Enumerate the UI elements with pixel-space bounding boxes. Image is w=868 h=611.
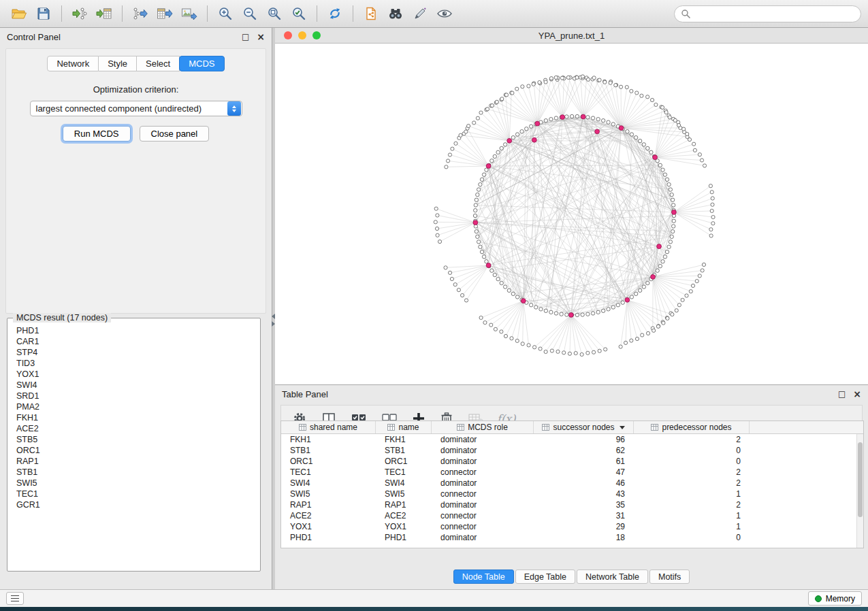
main-area: Control Panel □ × NetworkStyleSelectMCDS… [0,28,868,589]
document-share-button[interactable] [359,3,383,24]
export-image-button[interactable] [177,3,202,24]
column-header-successor-nodes[interactable]: successor nodes [534,421,634,433]
tab-style[interactable]: Style [99,56,137,71]
mcds-result-box: MCDS result (17 nodes) PHD1CAR1STP4TID3Y… [7,318,261,572]
tab-network[interactable]: Network [47,56,99,71]
table-row[interactable]: ORC1ORC1dominator610 [281,456,863,467]
column-header-predecessor-nodes[interactable]: predecessor nodes [634,421,750,433]
mcds-result-item[interactable]: STB5 [10,434,257,445]
control-panel-header: Control Panel □ × [0,28,272,46]
control-panel-title: Control Panel [7,32,61,42]
tab-edge-table[interactable]: Edge Table [515,569,575,584]
table-row[interactable]: ACE2ACE2connector311 [281,510,863,521]
mcds-result-item[interactable]: GCR1 [10,499,257,510]
status-menu-button[interactable] [6,592,24,605]
table-row[interactable]: RAP1RAP1dominator352 [281,499,863,510]
table-row[interactable]: SWI5SWI5connector431 [281,489,863,499]
close-panel-icon[interactable]: × [257,33,265,41]
zoom-in-button[interactable] [213,3,238,24]
table-scrollbar[interactable] [856,434,863,548]
mcds-result-item[interactable]: SWI4 [10,380,257,391]
float-panel-icon[interactable]: □ [242,33,249,41]
open-session-button[interactable] [7,3,31,24]
global-search[interactable] [674,5,861,22]
column-header-MCDS-role[interactable]: MCDS role [432,421,534,433]
show-hide-button[interactable] [432,3,457,24]
table-row[interactable]: SWI4SWI4dominator462 [281,478,863,489]
zoom-out-icon [242,6,257,21]
window-close-icon[interactable] [284,31,292,39]
eye-icon [436,6,453,21]
memory-status-icon [815,595,822,602]
mcds-result-item[interactable]: ACE2 [10,423,257,434]
zoom-selected-icon [291,6,306,21]
mcds-result-item[interactable]: SRD1 [10,391,257,401]
table-panel-header: Table Panel □ × [275,385,868,403]
apply-style-button[interactable] [408,3,432,24]
column-header-shared-name[interactable]: shared name [281,421,376,433]
mcds-result-item[interactable]: ORC1 [10,445,257,456]
hamburger-icon [11,595,19,597]
export-table-icon [157,6,173,21]
mcds-result-item[interactable]: SWI5 [10,478,257,489]
node-table-body: FKH1FKH1dominator962STB1STB1dominator620… [281,434,863,543]
tab-select[interactable]: Select [137,56,180,71]
zoom-selected-button[interactable] [287,3,311,24]
mcds-result-item[interactable]: YOX1 [10,369,257,380]
column-header-name[interactable]: name [376,421,432,433]
criterion-dropdown[interactable]: largest connected component (undirected) [30,101,242,116]
zoom-out-button[interactable] [238,3,262,24]
mcds-result-item[interactable]: STP4 [10,347,257,358]
mcds-result-item[interactable]: STB1 [10,467,257,478]
tab-node-table[interactable]: Node Table [453,569,514,584]
float-table-panel-icon[interactable]: □ [838,390,846,398]
table-row[interactable]: FKH1FKH1dominator962 [281,434,863,445]
mcds-result-item[interactable]: TEC1 [10,489,257,499]
optimization-criterion-label: Optimization criterion: [6,84,266,95]
column-grid-icon [387,424,395,431]
export-table-button[interactable] [152,3,177,24]
binoculars-icon [387,6,404,21]
node-table-header: shared namenameMCDS rolesuccessor nodesp… [281,421,863,434]
mcds-result-item[interactable]: CAR1 [10,336,257,347]
mcds-buttons-row: Run MCDS Close panel [6,126,266,142]
mcds-result-item[interactable]: RAP1 [10,456,257,467]
first-neighbors-button[interactable] [383,3,408,24]
zoom-fit-button[interactable] [262,3,287,24]
window-maximize-icon[interactable] [312,31,321,39]
collapse-left-icon[interactable] [272,314,275,319]
dropdown-stepper-icon [227,101,241,116]
network-canvas-svg[interactable] [275,44,868,384]
tab-motifs[interactable]: Motifs [649,569,690,584]
mcds-result-item[interactable]: PMA2 [10,401,257,412]
window-minimize-icon[interactable] [298,31,306,39]
import-table-icon [96,6,112,21]
close-panel-button[interactable]: Close panel [140,126,210,142]
run-mcds-button[interactable]: Run MCDS [63,126,131,142]
search-input[interactable] [694,9,854,18]
save-session-button[interactable] [31,3,56,24]
table-row[interactable]: PHD1PHD1dominator180 [281,532,863,543]
mcds-result-item[interactable]: FKH1 [10,412,257,423]
table-row[interactable]: STB1STB1dominator620 [281,445,863,456]
table-scrollbar-thumb[interactable] [858,442,863,517]
mcds-result-list[interactable]: PHD1CAR1STP4TID3YOX1SWI4SRD1PMA2FKH1ACE2… [10,325,257,568]
mcds-result-item[interactable]: PHD1 [10,325,257,336]
import-network-button[interactable] [67,3,92,24]
export-network-button[interactable] [128,3,152,24]
import-table-button[interactable] [92,3,116,24]
collapse-right-icon[interactable] [272,321,275,327]
mcds-result-item[interactable]: TID3 [10,358,257,369]
table-row[interactable]: YOX1YOX1connector291 [281,521,863,532]
refresh-button[interactable] [323,3,347,24]
criterion-dropdown-value: largest connected component (undirected) [31,103,227,114]
network-window: YPA_prune.txt_1 [275,28,868,384]
toolbar-separator [122,5,123,22]
table-row[interactable]: TEC1TEC1connector472 [281,467,863,478]
network-canvas[interactable] [275,44,868,384]
tab-network-table[interactable]: Network Table [577,569,648,584]
tab-mcds[interactable]: MCDS [179,56,224,71]
memory-button[interactable]: Memory [808,591,862,606]
toolbar-separator [61,5,62,22]
close-table-panel-icon[interactable]: × [853,390,861,398]
